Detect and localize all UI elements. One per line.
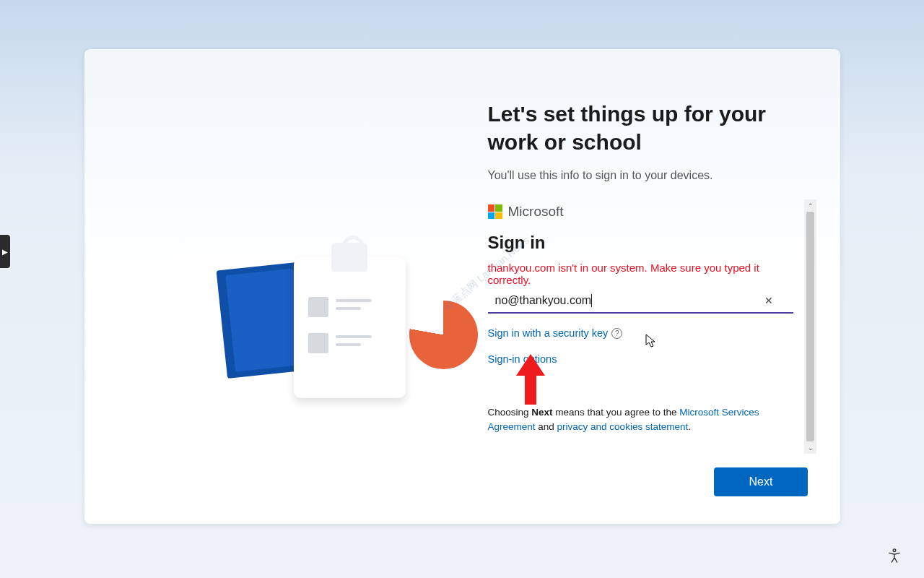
brand-name: Microsoft [508,204,564,220]
clipboard-icon [294,257,406,398]
clear-input-icon[interactable]: ✕ [764,295,773,306]
next-button[interactable]: Next [714,467,808,496]
scroll-thumb[interactable] [806,212,814,441]
privacy-statement-link[interactable]: privacy and cookies statement [557,421,689,432]
signin-options-link[interactable]: Sign-in options [488,353,557,365]
scroll-down-icon[interactable]: ⌄ [804,441,816,454]
email-field[interactable]: no@thankyou.com [488,291,794,311]
email-input-wrap: no@thankyou.com ✕ [488,289,794,314]
signin-heading: Sign in [488,233,794,253]
signin-panel: ⌃ ⌄ Microsoft Sign in thankyou.com isn't… [488,204,808,453]
svg-point-1 [893,549,896,552]
accessibility-icon[interactable] [886,548,902,564]
form-pane: Let's set things up for your work or sch… [463,49,841,524]
chevron-right-icon: ▶ [2,248,8,256]
work-school-illustration [214,244,489,410]
microsoft-logo-icon [488,204,502,219]
page-subtitle: You'll use this info to sign in to your … [488,169,808,182]
legal-text: Choosing Next means that you agree to th… [488,405,794,434]
security-key-link[interactable]: Sign in with a security key ? [488,327,623,339]
help-icon[interactable]: ? [611,328,622,339]
illustration-pane [84,49,463,524]
scrollbar[interactable]: ⌃ ⌄ [804,199,816,454]
setup-card: Let's set things up for your work or sch… [84,49,840,524]
side-panel-tab[interactable]: ▶ [0,235,10,268]
scroll-up-icon[interactable]: ⌃ [804,199,816,212]
page-title: Let's set things up for your work or sch… [488,100,808,156]
error-message: thankyou.com isn't in our system. Make s… [488,262,794,286]
brand-header: Microsoft [488,204,794,220]
